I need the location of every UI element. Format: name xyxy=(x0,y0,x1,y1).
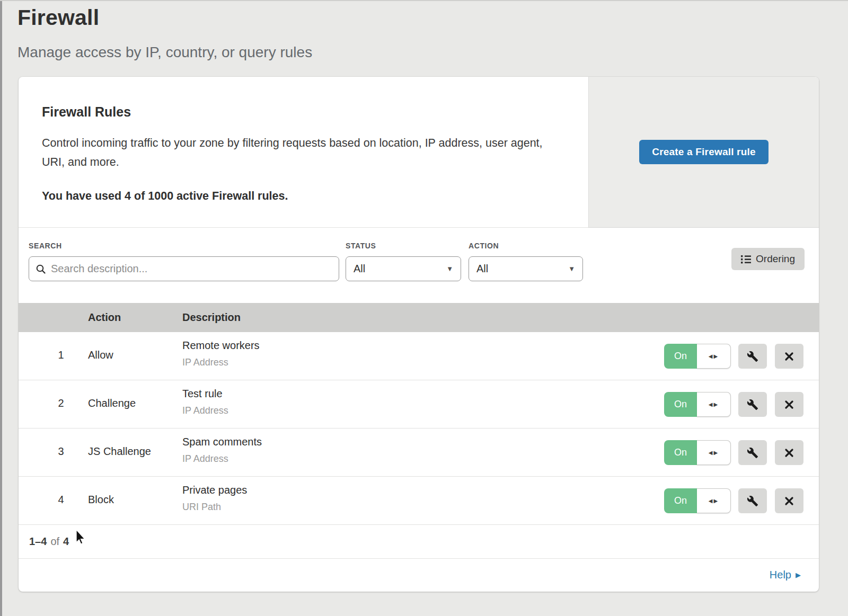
firewall-rules-info: Firewall Rules Control incoming traffic … xyxy=(19,77,578,203)
card-footer: Help ▶ xyxy=(19,559,819,591)
filters-bar: SEARCH STATUS All ▼ ACTION All ▼ xyxy=(19,228,819,303)
wrench-icon xyxy=(747,351,758,362)
rule-field-type: IP Address xyxy=(182,357,228,368)
status-select-value: All xyxy=(354,263,365,275)
ordering-button[interactable]: Ordering xyxy=(731,248,805,270)
firewall-rules-description: Control incoming traffic to your zone by… xyxy=(42,133,545,172)
action-label: ACTION xyxy=(469,242,583,250)
close-icon xyxy=(784,496,794,506)
rule-action: Challenge xyxy=(88,397,136,409)
delete-rule-button[interactable] xyxy=(775,440,803,465)
rule-enabled-toggle[interactable]: On ◀▶ xyxy=(664,344,731,369)
status-label: STATUS xyxy=(346,242,461,250)
rule-action: Block xyxy=(88,494,114,506)
toggle-drag-handle-icon: ◀▶ xyxy=(697,440,731,465)
page-title: Firewall xyxy=(17,5,312,30)
chevron-down-icon: ▼ xyxy=(568,265,575,273)
action-select[interactable]: All ▼ xyxy=(469,256,583,281)
toggle-drag-handle-icon: ◀▶ xyxy=(697,488,731,513)
rule-priority: 4 xyxy=(50,494,72,506)
pagination: 1–4 of 4 xyxy=(19,525,819,559)
firewall-rules-heading: Firewall Rules xyxy=(42,104,578,120)
rule-priority: 1 xyxy=(50,349,72,361)
pagination-of: of xyxy=(50,535,59,548)
rule-description: Remote workers xyxy=(182,340,260,352)
edit-rule-button[interactable] xyxy=(738,392,767,417)
create-rule-panel: Create a Firewall rule xyxy=(588,77,819,228)
toggle-drag-handle-icon: ◀▶ xyxy=(697,392,731,417)
toggle-on-label: On xyxy=(664,344,697,369)
page-header: Firewall Manage access by IP, country, o… xyxy=(17,5,312,61)
search-label: SEARCH xyxy=(29,242,339,250)
rule-description: Private pages xyxy=(182,484,247,496)
delete-rule-button[interactable] xyxy=(775,392,803,417)
toggle-drag-handle-icon: ◀▶ xyxy=(697,344,731,369)
column-header-description: Description xyxy=(182,311,241,324)
rule-action: Allow xyxy=(88,349,113,361)
rule-field-type: URI Path xyxy=(182,502,221,513)
search-box xyxy=(29,256,339,281)
rule-field-type: IP Address xyxy=(182,405,228,416)
search-filter-group: SEARCH xyxy=(29,242,339,281)
column-header-action: Action xyxy=(88,311,182,324)
action-filter-group: ACTION All ▼ xyxy=(469,242,583,281)
firewall-card: Firewall Rules Control incoming traffic … xyxy=(19,77,819,592)
wrench-icon xyxy=(747,495,758,507)
rules-table-body: 1 Allow Remote workers IP Address On ◀▶ … xyxy=(19,332,819,525)
rule-description: Spam comments xyxy=(182,436,262,448)
delete-rule-button[interactable] xyxy=(775,344,803,369)
firewall-rules-usage: You have used 4 of 1000 active Firewall … xyxy=(42,190,578,203)
rule-enabled-toggle[interactable]: On ◀▶ xyxy=(664,488,731,513)
edit-rule-button[interactable] xyxy=(738,488,767,513)
delete-rule-button[interactable] xyxy=(775,488,803,513)
ordered-list-icon xyxy=(741,255,751,264)
create-firewall-rule-button[interactable]: Create a Firewall rule xyxy=(639,140,768,164)
rule-priority: 3 xyxy=(50,445,72,458)
search-icon xyxy=(36,264,46,274)
wrench-icon xyxy=(747,399,758,410)
pagination-total: 4 xyxy=(63,535,69,548)
close-icon xyxy=(784,351,794,362)
rule-priority: 2 xyxy=(50,397,72,409)
close-icon xyxy=(784,399,794,410)
rule-enabled-toggle[interactable]: On ◀▶ xyxy=(664,440,731,465)
chevron-down-icon: ▼ xyxy=(446,265,453,273)
page-subtitle: Manage access by IP, country, or query r… xyxy=(17,44,312,61)
rule-enabled-toggle[interactable]: On ◀▶ xyxy=(664,392,731,417)
chevron-right-icon: ▶ xyxy=(796,571,801,579)
close-icon xyxy=(784,448,794,458)
table-row: 1 Allow Remote workers IP Address On ◀▶ xyxy=(19,332,819,380)
action-select-value: All xyxy=(476,263,488,275)
search-input[interactable] xyxy=(51,263,332,275)
help-link-label: Help xyxy=(770,569,791,581)
rule-action: JS Challenge xyxy=(88,445,151,458)
toggle-on-label: On xyxy=(664,392,697,417)
toggle-on-label: On xyxy=(664,440,697,465)
status-select[interactable]: All ▼ xyxy=(346,256,461,281)
rule-description: Test rule xyxy=(182,388,223,400)
table-row: 4 Block Private pages URI Path On ◀▶ xyxy=(19,477,819,525)
table-row: 3 JS Challenge Spam comments IP Address … xyxy=(19,428,819,477)
edit-rule-button[interactable] xyxy=(738,440,767,465)
help-link[interactable]: Help ▶ xyxy=(770,569,801,581)
table-row: 2 Challenge Test rule IP Address On ◀▶ xyxy=(19,380,819,428)
pagination-range: 1–4 xyxy=(29,535,47,548)
status-filter-group: STATUS All ▼ xyxy=(346,242,461,281)
wrench-icon xyxy=(747,447,758,459)
window-left-edge xyxy=(0,1,2,616)
table-header: Action Description xyxy=(19,303,819,332)
toggle-on-label: On xyxy=(664,488,697,513)
firewall-rules-section: Firewall Rules Control incoming traffic … xyxy=(19,77,819,228)
edit-rule-button[interactable] xyxy=(738,344,767,369)
rule-field-type: IP Address xyxy=(182,453,228,465)
ordering-button-label: Ordering xyxy=(756,253,795,265)
